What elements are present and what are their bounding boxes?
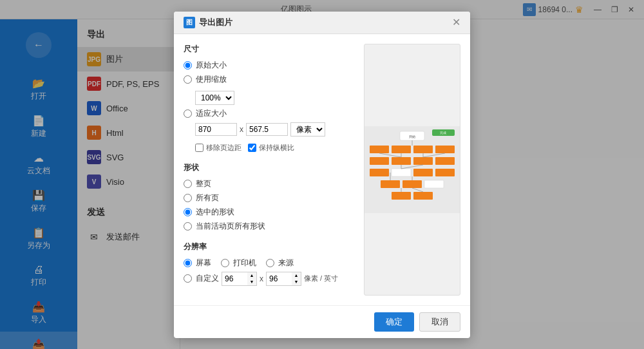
res-height-input[interactable] [266,272,292,286]
modal-close-button[interactable]: ✕ [452,17,460,28]
modal-icon-text: 图 [186,18,193,27]
res-width-spinner: ▲ ▼ [222,272,257,286]
modal-left-panel: 尺寸 原始大小 使用缩放 50% [184,44,354,296]
svg-rect-5 [370,146,389,153]
size-custom-label: 适应大小 [196,108,227,119]
svg-rect-10 [392,157,411,165]
svg-rect-7 [413,146,433,153]
shape-allpages-option[interactable]: 所有页 [184,193,354,203]
res-width-up-btn[interactable]: ▲ [247,272,256,279]
keep-ratio-option[interactable]: 保持纵横比 [248,143,294,153]
svg-text:开始: 开始 [409,135,415,138]
res-custom-radio[interactable] [184,274,192,283]
svg-rect-12 [435,157,455,165]
svg-rect-18 [402,180,422,188]
modal-header: 图 导出图片 ✕ [174,12,470,34]
res-height-up-btn[interactable]: ▲ [292,272,301,279]
size-original-radio[interactable] [184,61,192,70]
size-original-label: 原始大小 [196,60,227,71]
custom-width-input[interactable] [195,123,237,136]
custom-resolution-row: 自定义 ▲ ▼ x ▲ [184,272,354,286]
svg-rect-9 [370,157,389,165]
shape-fullpage-label: 整页 [196,178,211,189]
res-height-spinner-btns: ▲ ▼ [292,272,301,286]
res-screen-option[interactable]: 屏幕 [184,258,211,269]
modal-overlay: 图 导出图片 ✕ 尺寸 原始大小 [0,0,644,349]
custom-size-row: x 像素 厘米 英寸 [195,122,354,137]
shape-activepage-option[interactable]: 当前活动页所有形状 [184,221,354,232]
resolution-options-row: 屏幕 打印机 来源 [184,258,354,269]
shape-fullpage-option[interactable]: 整页 [184,178,354,189]
size-scale-radio[interactable] [184,75,192,84]
keep-ratio-checkbox[interactable] [248,144,256,152]
svg-rect-13 [370,169,389,176]
export-image-dialog: 图 导出图片 ✕ 尺寸 原始大小 [174,12,470,338]
res-custom-label: 自定义 [196,273,219,284]
shape-selected-radio[interactable] [184,208,192,216]
resolution-section-title: 分辨率 [184,241,354,252]
shape-section-title: 形状 [184,162,354,173]
shape-section: 形状 整页 所有页 选中的形状 [184,162,354,232]
svg-rect-20 [392,192,411,200]
res-width-spinner-btns: ▲ ▼ [247,272,257,286]
checkbox-row: 移除页边距 保持纵横比 [195,143,354,153]
shape-allpages-label: 所有页 [196,193,219,203]
res-width-input[interactable] [222,272,247,286]
modal-body: 尺寸 原始大小 使用缩放 50% [174,34,470,305]
shape-radio-group: 整页 所有页 选中的形状 当前活动页所有形状 [184,178,354,232]
confirm-button[interactable]: 确定 [374,312,414,332]
size-unit-select[interactable]: 像素 厘米 英寸 [290,122,325,137]
svg-rect-6 [392,146,411,153]
size-scale-label: 使用缩放 [196,74,227,85]
svg-rect-14 [392,169,411,176]
size-original-option[interactable]: 原始大小 [184,60,354,71]
preview-diagram: 开始 完成 [365,126,460,213]
remove-margin-option[interactable]: 移除页边距 [195,143,242,153]
remove-margin-checkbox[interactable] [195,144,204,152]
custom-height-input[interactable] [246,123,288,136]
res-print-option[interactable]: 打印机 [221,258,256,269]
res-screen-radio[interactable] [184,259,192,267]
res-source-option[interactable]: 来源 [266,258,294,269]
size-section: 尺寸 原始大小 使用缩放 50% [184,44,354,153]
remove-margin-label: 移除页边距 [206,143,242,153]
res-custom-option[interactable]: 自定义 [184,273,219,284]
svg-rect-8 [435,146,455,153]
size-scale-option[interactable]: 使用缩放 [184,74,354,85]
res-unit-label: 像素 / 英寸 [304,274,338,283]
size-radio-group: 原始大小 使用缩放 50% 75% 100% 150% [184,60,354,153]
shape-selected-label: 选中的形状 [196,207,234,218]
shape-activepage-label: 当前活动页所有形状 [196,221,265,232]
svg-rect-16 [435,169,455,176]
res-source-label: 来源 [278,258,294,269]
modal-title-text: 导出图片 [199,17,232,28]
cancel-button[interactable]: 取消 [419,312,460,332]
shape-fullpage-radio[interactable] [184,180,192,188]
res-screen-label: 屏幕 [196,258,211,269]
shape-activepage-radio[interactable] [184,222,192,231]
preview-panel: 开始 完成 [364,44,460,296]
shape-allpages-radio[interactable] [184,194,192,202]
resolution-section: 分辨率 屏幕 打印机 来源 [184,241,354,286]
modal-header-icon: 图 [184,17,195,28]
svg-rect-15 [413,169,433,176]
res-source-radio[interactable] [266,259,274,267]
modal-footer: 确定 取消 [174,305,470,338]
shape-selected-option[interactable]: 选中的形状 [184,207,354,218]
scale-select[interactable]: 50% 75% 100% 150% 200% [195,91,234,105]
res-print-radio[interactable] [221,259,229,267]
keep-ratio-label: 保持纵横比 [259,143,294,153]
size-custom-radio[interactable] [184,109,192,118]
res-height-spinner: ▲ ▼ [266,272,301,286]
res-height-down-btn[interactable]: ▼ [292,279,301,285]
size-custom-option[interactable]: 适应大小 [184,108,354,119]
svg-rect-17 [381,180,400,188]
x-separator: x [240,125,243,134]
res-print-label: 打印机 [233,258,256,269]
size-section-title: 尺寸 [184,44,354,55]
res-width-down-btn[interactable]: ▼ [247,279,256,285]
svg-text:完成: 完成 [440,131,446,135]
svg-rect-19 [424,180,444,188]
svg-rect-11 [413,157,433,165]
svg-rect-21 [413,192,433,200]
